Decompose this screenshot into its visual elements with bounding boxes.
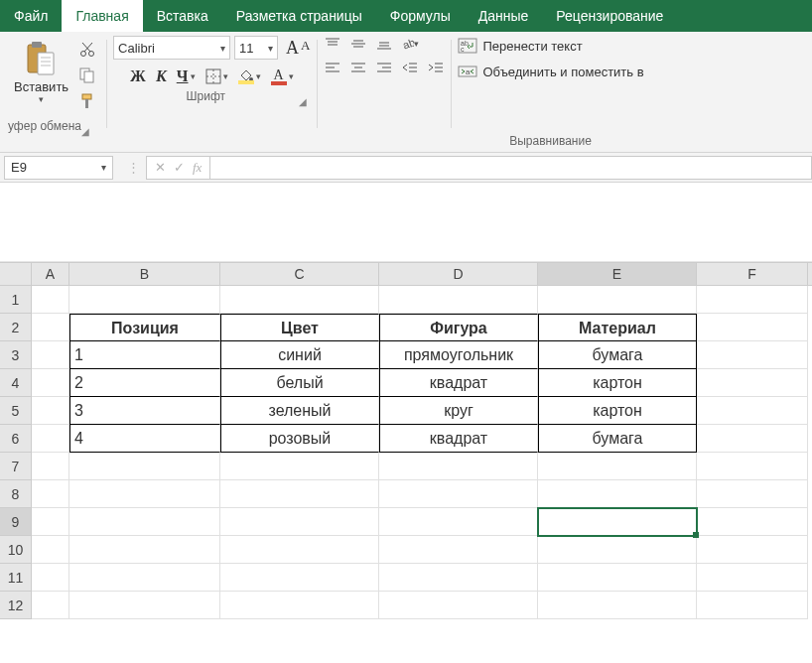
cell[interactable]: зеленый — [220, 397, 379, 425]
cell[interactable] — [538, 564, 697, 592]
cell[interactable]: синий — [220, 341, 379, 369]
row-header-2[interactable]: 2 — [0, 314, 32, 341]
row-header-12[interactable]: 12 — [0, 592, 32, 619]
cell[interactable] — [697, 508, 808, 536]
paste-dropdown-icon[interactable]: ▾ — [39, 94, 44, 104]
increase-indent-button[interactable] — [427, 60, 445, 75]
name-box-dropdown-icon[interactable]: ▾ — [101, 162, 106, 173]
cell[interactable]: 1 — [69, 341, 220, 369]
font-color-button[interactable]: A ▾ — [271, 67, 294, 85]
cell[interactable] — [697, 453, 808, 480]
cell[interactable] — [69, 453, 220, 480]
cell[interactable]: бумага — [538, 425, 697, 453]
cell[interactable]: круг — [379, 397, 538, 425]
cell[interactable] — [697, 536, 808, 564]
tab-formulas[interactable]: Формулы — [376, 0, 465, 32]
cell[interactable] — [697, 369, 808, 397]
format-painter-button[interactable] — [76, 91, 98, 111]
tab-home[interactable]: Главная — [62, 0, 142, 32]
cell[interactable] — [379, 453, 538, 480]
cell[interactable]: белый — [220, 369, 379, 397]
col-header-B[interactable]: B — [69, 263, 220, 285]
bold-button[interactable]: Ж — [130, 67, 146, 85]
row-header-8[interactable]: 8 — [0, 480, 32, 508]
cell[interactable] — [32, 425, 69, 453]
cell[interactable] — [697, 341, 808, 369]
cell[interactable] — [538, 453, 697, 480]
cell[interactable] — [697, 286, 808, 314]
align-center-button[interactable] — [349, 60, 367, 75]
tab-page-layout[interactable]: Разметка страницы — [222, 0, 376, 32]
cell[interactable]: квадрат — [379, 425, 538, 453]
fill-color-button[interactable]: ▾ — [238, 68, 261, 84]
underline-dropdown-icon[interactable]: ▾ — [191, 71, 196, 81]
fill-color-dropdown-icon[interactable]: ▾ — [256, 71, 261, 81]
cell[interactable] — [220, 480, 379, 508]
cell[interactable] — [697, 314, 808, 341]
cell[interactable] — [538, 592, 697, 619]
cell[interactable]: картон — [538, 369, 697, 397]
cell[interactable] — [32, 286, 69, 314]
cell[interactable] — [32, 508, 69, 536]
cell[interactable] — [379, 592, 538, 619]
cell[interactable] — [32, 397, 69, 425]
cell[interactable] — [697, 592, 808, 619]
row-header-7[interactable]: 7 — [0, 453, 32, 480]
cell[interactable] — [32, 480, 69, 508]
cell[interactable] — [379, 564, 538, 592]
cell[interactable] — [538, 536, 697, 564]
align-right-button[interactable] — [375, 60, 393, 75]
cell[interactable] — [379, 480, 538, 508]
borders-button[interactable]: ▾ — [205, 68, 228, 84]
cell[interactable] — [697, 564, 808, 592]
clipboard-dialog-launcher-icon[interactable]: ◢ — [81, 126, 93, 137]
cell[interactable] — [220, 592, 379, 619]
font-color-dropdown-icon[interactable]: ▾ — [289, 71, 294, 81]
cell[interactable] — [697, 480, 808, 508]
orientation-dropdown-icon[interactable]: ▾ — [414, 39, 419, 49]
tab-data[interactable]: Данные — [465, 0, 543, 32]
cell[interactable] — [32, 314, 69, 341]
cell[interactable]: прямоугольник — [379, 341, 538, 369]
row-header-5[interactable]: 5 — [0, 397, 32, 425]
tab-review[interactable]: Рецензирование — [542, 0, 677, 32]
enter-formula-button[interactable]: ✓ — [174, 160, 185, 175]
row-header-9[interactable]: 9 — [0, 508, 32, 536]
select-all-corner[interactable] — [0, 263, 32, 285]
row-header-4[interactable]: 4 — [0, 369, 32, 397]
cell[interactable] — [220, 508, 379, 536]
cell[interactable] — [69, 508, 220, 536]
row-header-10[interactable]: 10 — [0, 536, 32, 564]
font-dialog-launcher-icon[interactable]: ◢ — [299, 96, 311, 107]
cell[interactable]: Цвет — [220, 314, 379, 341]
align-middle-button[interactable] — [349, 36, 367, 52]
cell[interactable] — [69, 564, 220, 592]
cell[interactable] — [69, 536, 220, 564]
cell[interactable] — [379, 536, 538, 564]
cell[interactable] — [697, 397, 808, 425]
col-header-C[interactable]: C — [220, 263, 379, 285]
col-header-F[interactable]: F — [697, 263, 808, 285]
cell[interactable] — [69, 592, 220, 619]
decrease-font-button[interactable]: A — [301, 38, 310, 59]
cell[interactable] — [379, 286, 538, 314]
cell[interactable]: 3 — [69, 397, 220, 425]
row-header-1[interactable]: 1 — [0, 286, 32, 314]
cell[interactable] — [538, 480, 697, 508]
underline-button[interactable]: Ч — [177, 67, 189, 85]
row-header-11[interactable]: 11 — [0, 564, 32, 592]
cell[interactable] — [220, 286, 379, 314]
italic-button[interactable]: К — [156, 67, 167, 85]
borders-dropdown-icon[interactable]: ▾ — [223, 71, 228, 81]
copy-button[interactable] — [76, 66, 98, 85]
cell[interactable]: картон — [538, 397, 697, 425]
tab-insert[interactable]: Вставка — [143, 0, 222, 32]
cell[interactable]: 2 — [69, 369, 220, 397]
cell[interactable] — [220, 536, 379, 564]
cell[interactable] — [69, 480, 220, 508]
cell[interactable] — [220, 564, 379, 592]
cell[interactable]: бумага — [538, 341, 697, 369]
col-header-E[interactable]: E — [538, 263, 697, 285]
cell[interactable] — [69, 286, 220, 314]
cell[interactable] — [32, 592, 69, 619]
